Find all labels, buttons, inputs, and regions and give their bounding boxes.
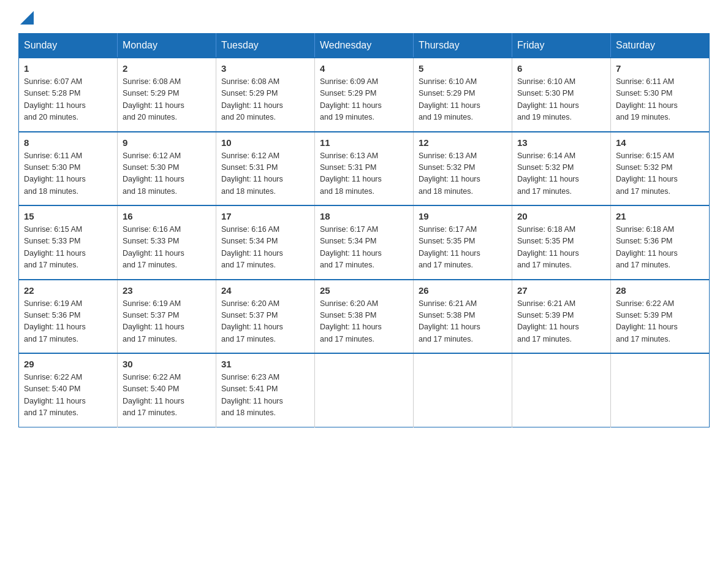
col-header-sunday: Sunday [19,34,118,58]
day-number: 27 [517,285,605,296]
day-number: 13 [517,137,605,148]
calendar-cell: 7 Sunrise: 6:11 AMSunset: 5:30 PMDayligh… [611,58,710,132]
day-number: 19 [419,211,507,221]
day-info: Sunrise: 6:07 AMSunset: 5:28 PMDaylight:… [24,76,112,124]
day-info: Sunrise: 6:10 AMSunset: 5:30 PMDaylight:… [517,76,605,124]
day-info: Sunrise: 6:11 AMSunset: 5:30 PMDaylight:… [24,150,112,198]
calendar-cell: 16 Sunrise: 6:16 AMSunset: 5:33 PMDaylig… [118,205,216,280]
day-number: 5 [419,63,507,74]
day-info: Sunrise: 6:20 AMSunset: 5:38 PMDaylight:… [320,298,408,346]
day-info: Sunrise: 6:15 AMSunset: 5:32 PMDaylight:… [616,150,704,198]
calendar-table: SundayMondayTuesdayWednesdayThursdayFrid… [18,33,710,427]
day-number: 31 [221,359,309,369]
col-header-saturday: Saturday [611,34,710,58]
day-info: Sunrise: 6:11 AMSunset: 5:30 PMDaylight:… [616,76,704,124]
calendar-cell [315,353,414,427]
calendar-cell: 5 Sunrise: 6:10 AMSunset: 5:29 PMDayligh… [414,58,512,132]
day-number: 9 [123,137,211,148]
calendar-cell [414,353,512,427]
day-number: 12 [419,137,507,148]
day-info: Sunrise: 6:16 AMSunset: 5:33 PMDaylight:… [123,224,211,272]
day-info: Sunrise: 6:18 AMSunset: 5:36 PMDaylight:… [616,224,704,272]
day-number: 4 [320,63,408,74]
calendar-cell: 17 Sunrise: 6:16 AMSunset: 5:34 PMDaylig… [216,205,315,280]
col-header-thursday: Thursday [414,34,512,58]
calendar-row: 8 Sunrise: 6:11 AMSunset: 5:30 PMDayligh… [19,132,710,206]
calendar-row: 15 Sunrise: 6:15 AMSunset: 5:33 PMDaylig… [19,205,710,280]
col-header-wednesday: Wednesday [315,34,414,58]
day-number: 6 [517,63,605,74]
day-number: 29 [24,359,112,369]
day-number: 18 [320,211,408,221]
day-info: Sunrise: 6:17 AMSunset: 5:34 PMDaylight:… [320,224,408,272]
calendar-cell: 9 Sunrise: 6:12 AMSunset: 5:30 PMDayligh… [118,132,216,206]
logo-triangle-icon [20,11,34,25]
day-info: Sunrise: 6:21 AMSunset: 5:38 PMDaylight:… [419,298,507,346]
calendar-cell: 1 Sunrise: 6:07 AMSunset: 5:28 PMDayligh… [19,58,118,132]
day-info: Sunrise: 6:12 AMSunset: 5:30 PMDaylight:… [123,150,211,198]
calendar-cell: 12 Sunrise: 6:13 AMSunset: 5:32 PMDaylig… [414,132,512,206]
day-number: 28 [616,285,704,296]
day-number: 26 [419,285,507,296]
day-number: 10 [221,137,309,148]
day-info: Sunrise: 6:19 AMSunset: 5:36 PMDaylight:… [24,298,112,346]
calendar-cell: 24 Sunrise: 6:20 AMSunset: 5:37 PMDaylig… [216,280,315,354]
calendar-cell: 30 Sunrise: 6:22 AMSunset: 5:40 PMDaylig… [118,353,216,427]
calendar-body: 1 Sunrise: 6:07 AMSunset: 5:28 PMDayligh… [19,58,710,427]
day-info: Sunrise: 6:17 AMSunset: 5:35 PMDaylight:… [419,224,507,272]
day-number: 20 [517,211,605,221]
day-info: Sunrise: 6:10 AMSunset: 5:29 PMDaylight:… [419,76,507,124]
day-info: Sunrise: 6:13 AMSunset: 5:32 PMDaylight:… [419,150,507,198]
calendar-cell: 19 Sunrise: 6:17 AMSunset: 5:35 PMDaylig… [414,205,512,280]
calendar-cell: 18 Sunrise: 6:17 AMSunset: 5:34 PMDaylig… [315,205,414,280]
day-number: 22 [24,285,112,296]
svg-marker-0 [20,11,34,25]
calendar-cell: 13 Sunrise: 6:14 AMSunset: 5:32 PMDaylig… [512,132,611,206]
calendar-cell: 31 Sunrise: 6:23 AMSunset: 5:41 PMDaylig… [216,353,315,427]
calendar-cell: 10 Sunrise: 6:12 AMSunset: 5:31 PMDaylig… [216,132,315,206]
calendar-cell [512,353,611,427]
col-header-friday: Friday [512,34,611,58]
col-header-tuesday: Tuesday [216,34,315,58]
day-info: Sunrise: 6:08 AMSunset: 5:29 PMDaylight:… [123,76,211,124]
page-header [18,12,710,21]
day-number: 3 [221,63,309,74]
calendar-cell: 29 Sunrise: 6:22 AMSunset: 5:40 PMDaylig… [19,353,118,427]
day-info: Sunrise: 6:12 AMSunset: 5:31 PMDaylight:… [221,150,309,198]
calendar-row: 1 Sunrise: 6:07 AMSunset: 5:28 PMDayligh… [19,58,710,132]
day-number: 21 [616,211,704,221]
day-number: 14 [616,137,704,148]
calendar-cell: 20 Sunrise: 6:18 AMSunset: 5:35 PMDaylig… [512,205,611,280]
calendar-cell: 6 Sunrise: 6:10 AMSunset: 5:30 PMDayligh… [512,58,611,132]
calendar-cell: 3 Sunrise: 6:08 AMSunset: 5:29 PMDayligh… [216,58,315,132]
calendar-row: 22 Sunrise: 6:19 AMSunset: 5:36 PMDaylig… [19,280,710,354]
day-number: 16 [123,211,211,221]
calendar-cell: 8 Sunrise: 6:11 AMSunset: 5:30 PMDayligh… [19,132,118,206]
calendar-cell: 2 Sunrise: 6:08 AMSunset: 5:29 PMDayligh… [118,58,216,132]
calendar-cell: 15 Sunrise: 6:15 AMSunset: 5:33 PMDaylig… [19,205,118,280]
day-info: Sunrise: 6:23 AMSunset: 5:41 PMDaylight:… [221,372,309,419]
day-info: Sunrise: 6:14 AMSunset: 5:32 PMDaylight:… [517,150,605,198]
day-info: Sunrise: 6:16 AMSunset: 5:34 PMDaylight:… [221,224,309,272]
calendar-header: SundayMondayTuesdayWednesdayThursdayFrid… [19,34,710,58]
calendar-cell: 27 Sunrise: 6:21 AMSunset: 5:39 PMDaylig… [512,280,611,354]
day-number: 7 [616,63,704,74]
calendar-header-row: SundayMondayTuesdayWednesdayThursdayFrid… [19,34,710,58]
day-info: Sunrise: 6:22 AMSunset: 5:40 PMDaylight:… [24,372,112,419]
calendar-cell: 14 Sunrise: 6:15 AMSunset: 5:32 PMDaylig… [611,132,710,206]
day-info: Sunrise: 6:22 AMSunset: 5:40 PMDaylight:… [123,372,211,419]
calendar-cell: 25 Sunrise: 6:20 AMSunset: 5:38 PMDaylig… [315,280,414,354]
logo [18,12,34,21]
col-header-monday: Monday [118,34,216,58]
day-number: 11 [320,137,408,148]
day-number: 17 [221,211,309,221]
calendar-cell: 23 Sunrise: 6:19 AMSunset: 5:37 PMDaylig… [118,280,216,354]
day-number: 1 [24,63,112,74]
calendar-cell: 26 Sunrise: 6:21 AMSunset: 5:38 PMDaylig… [414,280,512,354]
day-info: Sunrise: 6:15 AMSunset: 5:33 PMDaylight:… [24,224,112,272]
calendar-cell: 28 Sunrise: 6:22 AMSunset: 5:39 PMDaylig… [611,280,710,354]
calendar-cell: 22 Sunrise: 6:19 AMSunset: 5:36 PMDaylig… [19,280,118,354]
day-info: Sunrise: 6:13 AMSunset: 5:31 PMDaylight:… [320,150,408,198]
day-number: 24 [221,285,309,296]
day-info: Sunrise: 6:21 AMSunset: 5:39 PMDaylight:… [517,298,605,346]
